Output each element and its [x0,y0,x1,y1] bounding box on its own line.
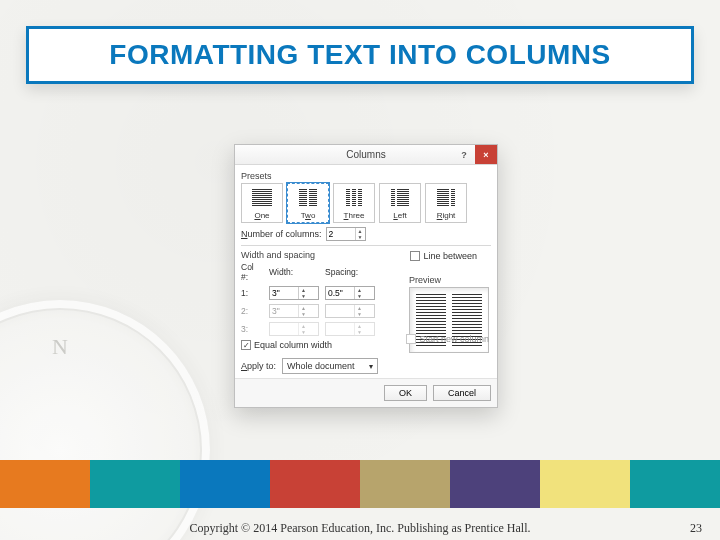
chevron-down-icon: ▾ [369,362,373,371]
color-block [270,460,360,508]
line-between-checkbox[interactable]: Line between [410,251,477,261]
width-1-input[interactable]: ▲▼ [269,286,319,300]
apply-to-select[interactable]: Whole document ▾ [282,358,378,374]
color-bar [0,460,720,508]
line-between-label: Line between [423,251,477,261]
color-block [360,460,450,508]
equal-width-label: Equal column width [254,340,332,350]
slide: FORMATTING TEXT INTO COLUMNS Columns ? ×… [0,0,720,540]
preset-left[interactable]: Left [379,183,421,223]
equal-width-checkbox[interactable]: ✓ Equal column width [241,340,332,350]
col-3-label: 3: [241,324,263,334]
cancel-button[interactable]: Cancel [433,385,491,401]
footer-copyright: Copyright © 2014 Pearson Education, Inc.… [0,521,720,536]
number-field[interactable] [327,228,355,240]
checkbox-icon: ✓ [241,340,251,350]
width-2-input: ▲▼ [269,304,319,318]
color-block [0,460,90,508]
color-block [90,460,180,508]
slide-title: FORMATTING TEXT INTO COLUMNS [47,39,673,71]
checkbox-icon [406,334,416,344]
color-block [450,460,540,508]
columns-icon [426,184,466,211]
col-2-label: 2: [241,306,263,316]
preset-one[interactable]: One [241,183,283,223]
page-number: 23 [690,521,702,536]
close-icon[interactable]: × [475,145,497,164]
col-header: Col #: [241,262,263,282]
presets-row: One Two Three Left [241,183,491,223]
presets-label: Presets [241,171,491,181]
preset-two[interactable]: Two [287,183,329,223]
preset-right[interactable]: Right [425,183,467,223]
apply-to-label: Apply to: [241,361,276,371]
help-icon[interactable]: ? [453,145,475,164]
spacing-2-input: ▲▼ [325,304,375,318]
spacing-3-input: ▲▼ [325,322,375,336]
columns-icon [380,184,420,211]
start-new-column-checkbox: Start new column [406,334,489,344]
color-block [540,460,630,508]
columns-icon [334,184,374,211]
width-header: Width: [269,267,319,277]
dialog-titlebar[interactable]: Columns ? × [235,145,497,165]
start-new-column-label: Start new column [419,334,489,344]
columns-icon [242,184,282,211]
columns-dialog: Columns ? × Presets One Two [234,144,498,408]
number-of-columns-label: Number of columns: [241,229,322,239]
spin-down-icon[interactable]: ▼ [355,234,365,240]
spacing-1-input[interactable]: ▲▼ [325,286,375,300]
divider [241,245,491,246]
preview-label: Preview [409,275,489,285]
number-of-columns-input[interactable]: ▲▼ [326,227,366,241]
apply-to-value: Whole document [287,361,355,371]
color-block [180,460,270,508]
title-box: FORMATTING TEXT INTO COLUMNS [26,26,694,84]
color-block [630,460,720,508]
preset-three[interactable]: Three [333,183,375,223]
checkbox-icon [410,251,420,261]
width-3-input: ▲▼ [269,322,319,336]
spacing-header: Spacing: [325,267,375,277]
col-1-label: 1: [241,288,263,298]
columns-icon [288,184,328,211]
ok-button[interactable]: OK [384,385,427,401]
